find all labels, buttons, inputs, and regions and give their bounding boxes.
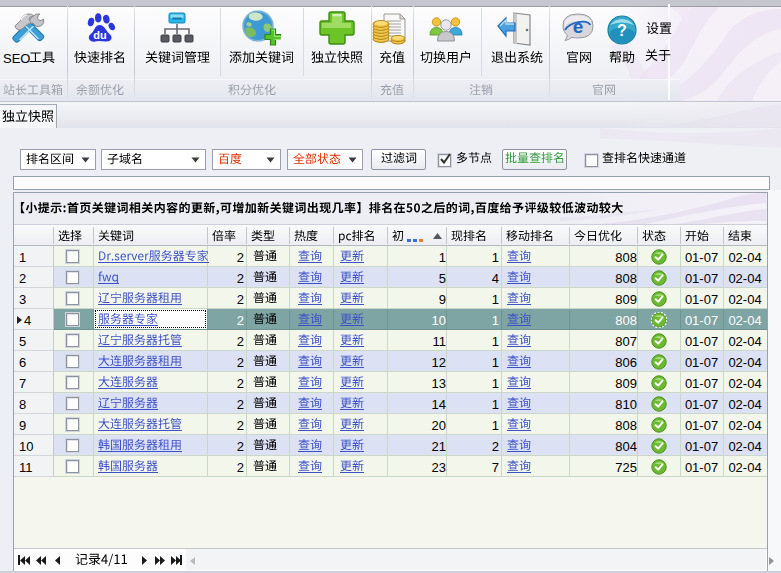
svg-text:e: e xyxy=(573,16,584,37)
svg-text:du: du xyxy=(93,29,106,41)
svg-text:?: ? xyxy=(617,22,627,39)
